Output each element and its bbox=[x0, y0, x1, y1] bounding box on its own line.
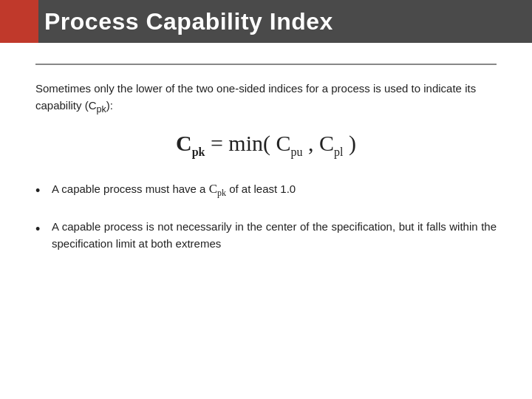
bullet-list: • A capable process must have a Cpk of a… bbox=[35, 180, 497, 252]
content-area: Sometimes only the lower of the two one-… bbox=[0, 43, 532, 283]
bullet-dot-2: • bbox=[35, 219, 52, 240]
title-bar: Process Capability Index bbox=[0, 0, 532, 43]
divider bbox=[35, 64, 497, 65]
formula-block: Cpk = min( Cpu , Cpl ) bbox=[35, 131, 497, 159]
cpk-symbol-1: Cpk bbox=[209, 182, 226, 196]
bullet-text-1: A capable process must have a Cpk of at … bbox=[52, 180, 497, 200]
slide-title: Process Capability Index bbox=[44, 8, 333, 35]
list-item: • A capable process must have a Cpk of a… bbox=[35, 180, 497, 202]
title-accent bbox=[0, 0, 38, 43]
formula: Cpk = min( Cpu , Cpl ) bbox=[176, 131, 356, 155]
slide: Process Capability Index Sometimes only … bbox=[0, 0, 532, 399]
bullet-dot-1: • bbox=[35, 181, 52, 202]
bullet-text-2: A capable process is not necessarily in … bbox=[52, 218, 497, 253]
intro-paragraph: Sometimes only the lower of the two one-… bbox=[35, 80, 497, 117]
list-item: • A capable process is not necessarily i… bbox=[35, 218, 497, 253]
